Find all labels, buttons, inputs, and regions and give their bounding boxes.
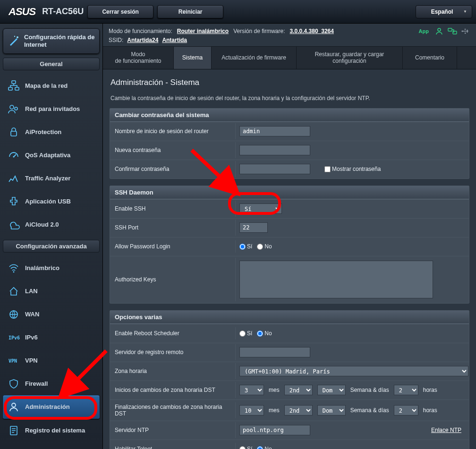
show-password-checkbox[interactable]: [324, 166, 331, 172]
tab-3[interactable]: Restaurar, guardar y cargar configuració…: [297, 47, 403, 69]
sidebar-general-icon-1: [7, 102, 20, 116]
telnet-no[interactable]: No: [257, 446, 272, 449]
allow-pwd-no[interactable]: No: [257, 243, 272, 250]
dst-start-week-select[interactable]: 2nd: [284, 385, 313, 395]
language-select[interactable]: Español: [416, 5, 472, 18]
ntp-server-input[interactable]: [239, 425, 310, 435]
sidebar-advanced-icon-3: IPv6: [7, 331, 20, 344]
sidebar-advanced-icon-8: [7, 447, 20, 449]
sidebar-advanced-1[interactable]: LAN: [3, 280, 100, 303]
model-label: RT-AC56U: [42, 7, 84, 17]
allow-pwd-login-label: Allow Password Login: [110, 239, 235, 254]
content: Administración - Sistema Cambie la contr…: [103, 69, 476, 449]
timezone-select[interactable]: (GMT+01:00) Madrid, París: [239, 366, 468, 376]
sidebar-advanced-icon-4: VPN: [7, 354, 20, 367]
sidebar-general-1[interactable]: Red para invitados: [3, 97, 100, 120]
sidebar-general-label-2: AiProtection: [25, 128, 61, 136]
wand-icon: [7, 34, 20, 49]
sidebar-advanced-4[interactable]: VPNVPN: [3, 349, 100, 372]
sidebar-advanced-0[interactable]: Inalámbrico: [3, 256, 100, 280]
telnet-yes[interactable]: Sí: [239, 446, 252, 449]
log-server-label: Servidor de registro remoto: [110, 345, 235, 359]
ssid1-link[interactable]: Antartida24: [127, 37, 158, 43]
sidebar-advanced-label-0: Inalámbrico: [25, 264, 60, 272]
sidebar-general-0[interactable]: Mapa de la red: [3, 74, 100, 97]
ntp-link[interactable]: Enlace NTP: [431, 427, 461, 433]
ssid2-link[interactable]: Antartida: [162, 37, 187, 43]
sidebar-general-6[interactable]: AiCloud 2.0: [3, 213, 100, 236]
dst-start-hours-select[interactable]: 2: [394, 385, 418, 395]
sidebar-general-label-6: AiCloud 2.0: [25, 221, 59, 229]
dst-end-day-select[interactable]: Dom: [317, 405, 346, 415]
tab-0[interactable]: Modo de funcionamiento: [103, 47, 174, 69]
sidebar-advanced-icon-7: [7, 424, 20, 437]
section-general-title: General: [3, 58, 100, 70]
sidebar-general-label-3: QoS Adaptativa: [25, 152, 70, 159]
user-status-icon[interactable]: [434, 26, 444, 36]
login-name-input[interactable]: [239, 126, 310, 136]
misc-panel: Opciones varias Enable Reboot Scheduler …: [110, 310, 469, 449]
sidebar: Configuración rápida de Internet General…: [0, 24, 103, 449]
main-area: Modo de funcionamiento: Router inalámbri…: [103, 24, 476, 449]
sidebar-advanced-8[interactable]: Herramientas de: [3, 442, 100, 449]
sidebar-advanced-6[interactable]: Administración: [3, 395, 100, 419]
dst-end-hours-select[interactable]: 2: [394, 405, 418, 415]
svg-point-9: [13, 271, 15, 273]
new-password-input[interactable]: [239, 145, 310, 155]
svg-rect-16: [448, 28, 452, 31]
svg-rect-3: [8, 87, 12, 90]
dst-txt-hours1: horas: [423, 387, 437, 393]
quick-setup-label: Configuración rápida de Internet: [24, 34, 95, 48]
sidebar-advanced-2[interactable]: WAN: [3, 303, 100, 326]
dst-end-label: Finalizaciones de cambios de zona horari…: [110, 400, 235, 421]
enable-ssh-select[interactable]: Sí: [239, 203, 282, 214]
sidebar-advanced-icon-2: [7, 308, 20, 321]
brand-logo: ASUS: [4, 6, 38, 18]
page-desc: Cambie la contraseña de inicio de sesión…: [110, 95, 469, 108]
reboot-sched-yes[interactable]: Sí: [239, 330, 252, 337]
sidebar-advanced-5[interactable]: Firewall: [3, 372, 100, 395]
sidebar-advanced-icon-5: [7, 377, 20, 390]
sidebar-advanced-3[interactable]: IPv6IPv6: [3, 326, 100, 349]
fw-link[interactable]: 3.0.0.4.380_3264: [290, 28, 334, 34]
quick-setup-button[interactable]: Configuración rápida de Internet: [3, 28, 100, 54]
dst-start-day-select[interactable]: Dom: [317, 385, 346, 395]
log-server-input[interactable]: [239, 347, 310, 357]
mode-link[interactable]: Router inalámbrico: [177, 28, 229, 34]
reboot-button[interactable]: Reiniciar: [157, 5, 223, 18]
sidebar-advanced-label-2: WAN: [25, 311, 39, 318]
confirm-password-input[interactable]: [239, 164, 310, 174]
page-title: Administración - Sistema: [110, 75, 469, 95]
sidebar-general-4[interactable]: Traffic Analyzer: [3, 167, 100, 190]
svg-rect-7: [11, 131, 17, 136]
network-status-icon[interactable]: [448, 26, 457, 36]
enable-ssh-label: Enable SSH: [110, 202, 235, 216]
sidebar-advanced-label-5: Firewall: [25, 380, 48, 388]
ssh-port-input[interactable]: [239, 222, 268, 233]
fw-label: Versión de firmware:: [233, 28, 285, 34]
tab-1[interactable]: Sistema: [174, 47, 212, 69]
svg-point-1: [14, 36, 15, 37]
auth-keys-textarea[interactable]: [239, 261, 433, 298]
reboot-sched-no[interactable]: No: [257, 330, 272, 337]
sidebar-general-3[interactable]: QoS Adaptativa: [3, 144, 100, 167]
dst-end-week-select[interactable]: 2nd: [284, 405, 313, 415]
tab-2[interactable]: Actualización de firmware: [212, 47, 297, 69]
sidebar-general-2[interactable]: AiProtection: [3, 120, 100, 144]
tab-4[interactable]: Comentario: [403, 47, 457, 69]
dst-start-month-select[interactable]: 3: [239, 385, 264, 395]
mode-label: Modo de funcionamiento:: [109, 28, 172, 34]
sidebar-advanced-label-3: IPv6: [25, 334, 38, 341]
sidebar-advanced-7[interactable]: Registro del sistema: [3, 419, 100, 442]
svg-point-5: [10, 105, 14, 109]
usb-status-icon[interactable]: [461, 26, 470, 36]
show-password-toggle[interactable]: Mostrar contraseña: [324, 166, 381, 172]
logout-button[interactable]: Cerrar sesión: [87, 5, 153, 18]
sidebar-general-label-1: Red para invitados: [25, 105, 80, 113]
reboot-sched-label: Enable Reboot Scheduler: [110, 326, 235, 340]
show-password-label: Mostrar contraseña: [332, 166, 381, 172]
dst-end-month-select[interactable]: 10: [239, 405, 264, 415]
password-panel-title: Cambiar contraseña del sistema: [110, 109, 469, 122]
allow-pwd-yes[interactable]: Sí: [239, 243, 252, 250]
sidebar-general-5[interactable]: Aplicación USB: [3, 190, 100, 213]
